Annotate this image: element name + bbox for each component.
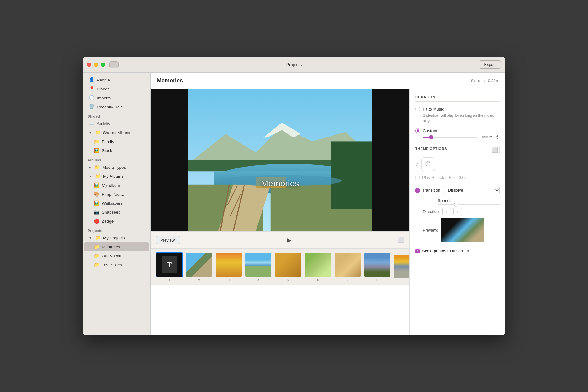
speed-label: Speed: <box>438 198 451 203</box>
projects-section-label: Projects <box>83 226 150 233</box>
thumb-inner-5 <box>275 253 301 277</box>
direction-down-button[interactable]: ↓ <box>453 208 462 215</box>
theme-options-icon-btn[interactable]: ⬜ <box>490 145 500 155</box>
back-button[interactable]: ‹ <box>109 61 119 68</box>
filmstrip-item-2[interactable]: 2 <box>185 252 213 282</box>
preview-panel-row: Preview: <box>415 218 500 242</box>
filmstrip-num-8: 8 <box>376 278 378 282</box>
play-selected-checkbox[interactable] <box>415 176 420 180</box>
sidebar-item-zedge[interactable]: 🔴 Zedge <box>84 217 149 225</box>
filmstrip-thumb-9[interactable] <box>393 254 409 279</box>
sidebar-item-imports[interactable]: 🕐 Imports <box>84 94 149 102</box>
direction-left-button[interactable]: ← <box>465 208 473 215</box>
theme-options-section: THEME OPTIONS ⬜ ♪ ⏱ <box>415 145 500 181</box>
sidebar-item-shared-albums[interactable]: ▼ 📁 Shared Albums <box>84 128 149 137</box>
export-button[interactable]: Export <box>479 60 501 69</box>
sidebar-item-our-vacation[interactable]: 📁 Our Vacati... <box>84 251 149 260</box>
stock-icon: 🖼️ <box>94 148 99 153</box>
filmstrip-item-9[interactable] <box>393 254 409 280</box>
page-title: Memories <box>157 77 183 84</box>
filmstrip-thumb-8[interactable] <box>364 252 391 277</box>
duration-value: 0:32m <box>480 135 492 139</box>
sidebar-item-wallpapers[interactable]: 🖼️ Wallpapers <box>84 199 149 207</box>
fit-to-music-label: Fit to Music <box>423 107 444 111</box>
title-thumb: T <box>162 256 177 273</box>
sidebar-item-memories[interactable]: 📁 Memories <box>84 242 149 251</box>
sidebar-item-stock[interactable]: 🖼️ Stock <box>84 146 149 155</box>
speed-slider[interactable] <box>438 204 500 205</box>
duration-section: DURATION Fit to Music Slideshow will pla… <box>415 95 500 140</box>
sidebar-item-family[interactable]: 📁 Family <box>84 137 149 146</box>
sidebar-item-test-slides[interactable]: 📁 Test Slides... <box>84 260 149 269</box>
duration-slider[interactable] <box>423 137 478 138</box>
filmstrip-item-8[interactable]: 8 <box>364 252 391 282</box>
sidebar-label-my-albums: My Albums <box>103 174 123 179</box>
duration-slider-thumb[interactable] <box>429 135 433 139</box>
traffic-lights <box>87 63 105 67</box>
sidebar-item-places[interactable]: 📍 Places <box>84 85 149 93</box>
music-note-icon[interactable]: ♪ <box>415 160 419 168</box>
fullscreen-button[interactable]: ⬜ <box>398 237 404 243</box>
filmstrip-item-7[interactable]: 7 <box>334 252 361 282</box>
sidebar-label-pimp-your: Pimp Your... <box>102 192 124 197</box>
filmstrip-thumb-2[interactable] <box>185 252 213 277</box>
content-middle: Memories Preview: ▶ ⬜ <box>151 89 505 335</box>
close-button[interactable] <box>87 63 91 67</box>
filmstrip-item-1[interactable]: T 1 <box>156 252 183 282</box>
sidebar-item-people[interactable]: 👤 People <box>84 76 149 84</box>
sidebar-item-recently-deleted[interactable]: 🗑️ Recently Dele... <box>84 102 149 111</box>
custom-row[interactable]: Custom <box>415 127 500 134</box>
fit-to-music-radio[interactable] <box>415 107 420 111</box>
transition-checkbox[interactable]: ✓ <box>415 188 420 193</box>
filmstrip-thumb-3[interactable] <box>215 252 242 277</box>
fit-to-music-row[interactable]: Fit to Music <box>415 105 500 113</box>
scale-photos-row[interactable]: ✓ Scale photos to fit screen <box>415 247 500 255</box>
slideshow-preview[interactable]: Memories <box>151 89 409 231</box>
svg-rect-15 <box>331 141 372 209</box>
filmstrip-thumb-6[interactable] <box>304 252 331 277</box>
filmstrip-item-5[interactable]: 5 <box>275 252 302 282</box>
transition-select[interactable]: Dissolve Fade Slide Zoom <box>444 186 500 194</box>
triangle-down-icon-2: ▼ <box>89 175 92 178</box>
filmstrip-item-3[interactable]: 3 <box>215 252 242 282</box>
scale-photos-checkbox[interactable]: ✓ <box>415 249 420 253</box>
filmstrip-thumb-4[interactable] <box>245 252 272 277</box>
filmstrip-thumb-7[interactable] <box>334 252 361 277</box>
filmstrip-thumb-5[interactable] <box>275 252 302 277</box>
content-topbar: Memories 8 slides · 0:32m <box>151 73 505 89</box>
thumb-inner-9 <box>394 255 409 278</box>
vacation-folder-icon: 📁 <box>94 253 99 259</box>
filmstrip-item-6[interactable]: 6 <box>304 252 331 282</box>
filmstrip-item-4[interactable]: 4 <box>245 252 272 282</box>
sidebar-label-zedge: Zedge <box>102 219 114 224</box>
sidebar-item-my-album[interactable]: 🖼️ My album <box>84 181 149 189</box>
sidebar-item-pimp-your[interactable]: 🎨 Pimp Your... <box>84 190 149 198</box>
stepper-down[interactable]: ▼ <box>495 137 500 140</box>
timer-icon-btn[interactable]: ⏱ <box>421 157 435 171</box>
duration-stepper[interactable]: ▲ ▼ <box>495 134 500 140</box>
preview-button[interactable]: Preview: <box>156 236 180 244</box>
sidebar-item-activity[interactable]: ☁️ Activity <box>84 119 149 128</box>
fit-to-music-sublabel: Slideshow will play for as long as the m… <box>415 113 500 124</box>
sidebar-label-media-types: Media Types <box>102 165 126 170</box>
speed-slider-thumb[interactable] <box>454 203 458 207</box>
filmstrip-thumb-1[interactable]: T <box>156 252 183 277</box>
custom-radio[interactable] <box>415 128 420 133</box>
pin-icon: 📍 <box>89 86 94 92</box>
duration-slider-row: 0:32m ▲ ▼ <box>415 134 500 140</box>
sidebar: 👤 People 📍 Places 🕐 Imports 🗑️ Recently … <box>83 73 151 335</box>
sidebar-label-imports: Imports <box>97 96 111 100</box>
thumb-inner-6 <box>305 253 331 277</box>
sidebar-item-my-albums[interactable]: ▼ 📁 My Albums <box>84 172 149 181</box>
sidebar-item-my-projects[interactable]: ▼ 📁 My Projects <box>84 233 149 242</box>
sidebar-item-media-types[interactable]: ▶ 📁 Media Types <box>84 163 149 172</box>
sidebar-label-stock: Stock <box>102 148 112 153</box>
play-button[interactable]: ▶ <box>287 236 291 244</box>
sidebar-label-my-projects: My Projects <box>103 236 125 240</box>
right-panel: DURATION Fit to Music Slideshow will pla… <box>409 89 505 335</box>
maximize-button[interactable] <box>101 63 105 67</box>
direction-right-button[interactable]: → <box>476 208 484 215</box>
direction-up-button[interactable]: ↑ <box>442 208 451 215</box>
sidebar-item-snapseed[interactable]: 📷 Snapseed <box>84 208 149 216</box>
minimize-button[interactable] <box>94 63 98 67</box>
